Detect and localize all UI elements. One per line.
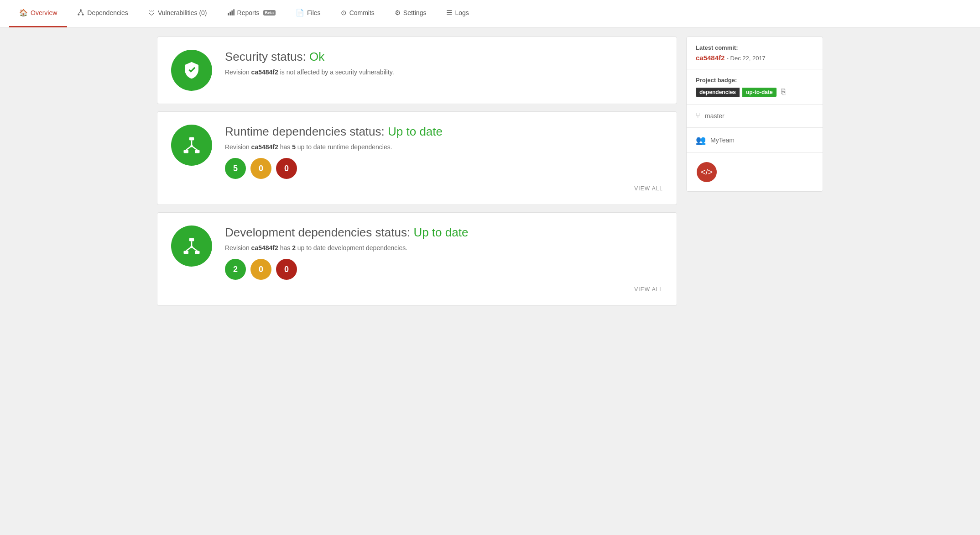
runtime-status: Up to date	[388, 125, 443, 138]
reports-icon	[227, 9, 235, 17]
svg-point-15	[190, 145, 193, 147]
sidebar-branch: ⑂ master	[687, 105, 823, 128]
svg-rect-18	[195, 251, 200, 254]
svg-rect-5	[228, 13, 229, 15]
sidebar-project-badge: Project badge: dependenciesup-to-date ⎘	[687, 69, 823, 105]
svg-rect-7	[231, 10, 233, 16]
nav-label-commits: Commits	[349, 9, 375, 16]
dev-view-all[interactable]: VIEW ALL	[225, 286, 663, 293]
dev-badge-yellow: 0	[250, 259, 271, 280]
dev-card: Development dependencies status: Up to d…	[157, 212, 677, 306]
svg-rect-8	[233, 9, 235, 15]
nav-item-vulnerabilities[interactable]: 🛡 Vulnerabilities (0)	[138, 0, 217, 27]
svg-line-3	[79, 11, 81, 13]
code-icon: </>	[701, 168, 713, 177]
runtime-title-static: Runtime dependencies status:	[225, 125, 385, 138]
svg-line-4	[81, 11, 83, 13]
svg-point-1	[78, 13, 80, 15]
runtime-count: 5	[292, 143, 296, 151]
nav-item-logs[interactable]: ☰ Logs	[436, 0, 479, 27]
nav-label-overview: Overview	[31, 9, 57, 16]
nav-item-commits[interactable]: ⊙ Commits	[331, 0, 385, 27]
dev-revision: ca5484f2	[251, 244, 278, 252]
branch-label: master	[705, 112, 725, 120]
commit-hash[interactable]: ca5484f2	[696, 54, 725, 62]
team-label: MyTeam	[710, 136, 735, 144]
security-status: Ok	[309, 50, 324, 63]
security-title-static: Security status:	[225, 50, 306, 63]
svg-rect-6	[229, 11, 231, 15]
svg-rect-17	[184, 251, 189, 254]
runtime-badge-red: 0	[276, 158, 297, 179]
team-row: 👥 MyTeam	[696, 135, 813, 145]
team-icon: 👥	[696, 135, 706, 145]
security-title: Security status: Ok	[225, 50, 663, 64]
dev-badge-row: 2 0 0	[225, 259, 663, 280]
svg-point-0	[80, 9, 82, 11]
svg-rect-10	[184, 150, 189, 153]
nav-item-overview[interactable]: 🏠 Overview	[9, 0, 67, 27]
main-column: Security status: Ok Revision ca5484f2 is…	[157, 37, 677, 306]
runtime-card: Runtime dependencies status: Up to date …	[157, 111, 677, 205]
runtime-icon-circle	[171, 125, 212, 166]
files-icon: 📄	[296, 9, 304, 17]
runtime-card-body: Runtime dependencies status: Up to date …	[225, 125, 663, 192]
sidebar-code-btn-section: </>	[687, 153, 823, 191]
nav-item-files[interactable]: 📄 Files	[286, 0, 331, 27]
dev-title: Development dependencies status: Up to d…	[225, 226, 663, 240]
runtime-view-all[interactable]: VIEW ALL	[225, 185, 663, 192]
runtime-desc: Revision ca5484f2 has 5 up to date runti…	[225, 143, 663, 151]
nav-label-files: Files	[307, 9, 321, 16]
security-card: Security status: Ok Revision ca5484f2 is…	[157, 37, 677, 104]
nav-label-reports: Reports	[237, 9, 260, 16]
dev-count: 2	[292, 244, 296, 252]
code-button[interactable]: </>	[697, 162, 717, 182]
runtime-title: Runtime dependencies status: Up to date	[225, 125, 663, 139]
dev-desc: Revision ca5484f2 has 2 up to date devel…	[225, 244, 663, 252]
nav-item-dependencies[interactable]: Dependencies	[67, 0, 138, 27]
branch-row: ⑂ master	[696, 112, 813, 120]
branch-icon: ⑂	[696, 112, 700, 120]
sidebar-card: Latest commit: ca5484f2 - Dec 22, 2017 P…	[686, 37, 823, 192]
svg-point-2	[82, 13, 84, 15]
navigation: 🏠 Overview Dependencies 🛡 Vulnerabilitie…	[0, 0, 980, 27]
nav-label-vulnerabilities: Vulnerabilities (0)	[158, 9, 207, 16]
network-icon	[182, 136, 201, 155]
runtime-badge-green: 5	[225, 158, 246, 179]
dev-badge-green: 2	[225, 259, 246, 280]
home-icon: 🏠	[19, 9, 28, 17]
security-icon-circle	[171, 50, 212, 91]
dev-badge-red: 0	[276, 259, 297, 280]
nav-label-dependencies: Dependencies	[87, 9, 128, 16]
logs-icon: ☰	[446, 9, 452, 17]
badge-uptodate-text: up-to-date	[742, 88, 777, 97]
dev-title-static: Development dependencies status:	[225, 226, 410, 239]
settings-icon: ⚙	[395, 9, 401, 17]
dev-network-icon	[182, 236, 201, 256]
svg-rect-11	[195, 150, 200, 153]
nav-label-settings: Settings	[403, 9, 427, 16]
svg-point-22	[190, 246, 193, 248]
dev-icon-circle	[171, 226, 212, 267]
copy-icon[interactable]: ⎘	[781, 87, 786, 97]
shield-nav-icon: 🛡	[148, 9, 155, 17]
commit-info: ca5484f2 - Dec 22, 2017	[696, 54, 813, 62]
nav-label-logs: Logs	[455, 9, 469, 16]
svg-rect-16	[189, 238, 194, 241]
sidebar-team: 👥 MyTeam	[687, 128, 823, 153]
nav-item-settings[interactable]: ⚙ Settings	[385, 0, 437, 27]
runtime-badge-yellow: 0	[250, 158, 271, 179]
latest-commit-label: Latest commit:	[696, 44, 813, 51]
runtime-revision: ca5484f2	[251, 143, 278, 151]
commits-icon: ⊙	[341, 9, 347, 17]
svg-rect-9	[189, 137, 194, 141]
beta-badge: Beta	[263, 10, 276, 16]
badge-display: dependenciesup-to-date ⎘	[696, 87, 813, 97]
shield-icon	[182, 61, 201, 79]
page-content: Security status: Ok Revision ca5484f2 is…	[148, 27, 832, 315]
dev-status: Up to date	[413, 226, 468, 239]
sidebar-latest-commit: Latest commit: ca5484f2 - Dec 22, 2017	[687, 37, 823, 69]
dev-card-body: Development dependencies status: Up to d…	[225, 226, 663, 293]
security-desc: Revision ca5484f2 is not affected by a s…	[225, 68, 663, 76]
nav-item-reports[interactable]: ReportsBeta	[217, 0, 286, 27]
